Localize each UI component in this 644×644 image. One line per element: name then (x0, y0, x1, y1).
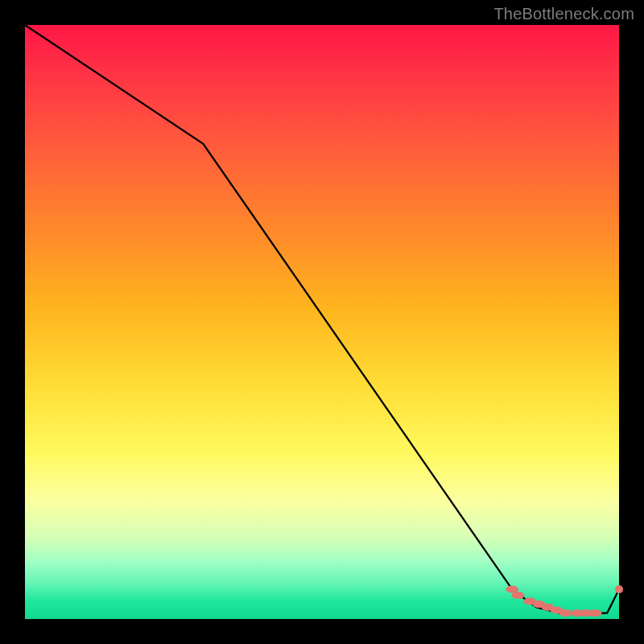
chart-stage: TheBottleneck.com (0, 0, 644, 644)
plot-area (25, 25, 619, 619)
attribution-text: TheBottleneck.com (493, 5, 634, 23)
